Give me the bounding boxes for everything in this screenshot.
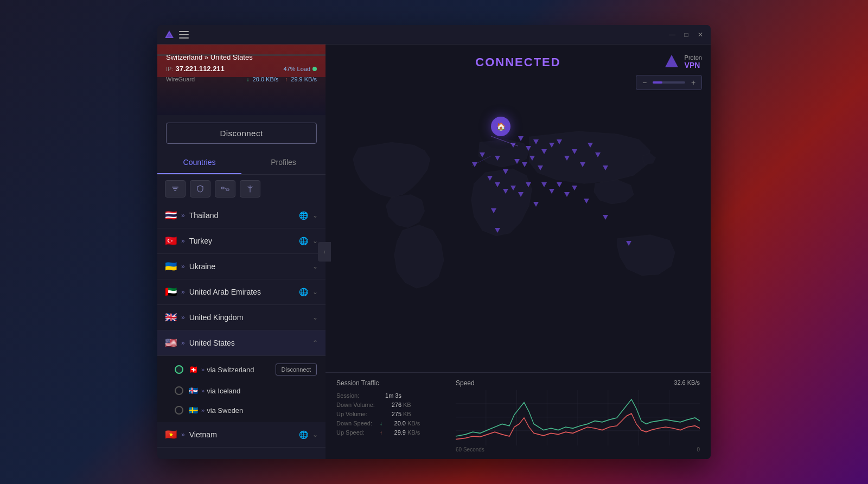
iceland-flag-icon: 🇮🇸 xyxy=(189,386,198,395)
uae-actions: 🌐 ⌄ xyxy=(299,288,318,296)
collapse-panel-button[interactable]: ‹ xyxy=(318,242,331,262)
up-speed-unit: KB/s xyxy=(407,429,420,436)
minimize-button[interactable]: — xyxy=(668,31,676,39)
thailand-globe-icon[interactable]: 🌐 xyxy=(299,211,308,220)
server-chevrons-icon-2: » xyxy=(201,387,205,394)
stats-right: Speed 32.6 KB/s xyxy=(456,379,700,453)
down-speed-label: Down Speed: xyxy=(336,420,380,426)
us-flag-icon: 🇺🇸 xyxy=(165,337,177,349)
server-chevrons-icon-3: » xyxy=(201,407,205,413)
country-item-turkey[interactable]: 🇹🇷 » Turkey 🌐 ⌄ xyxy=(157,228,326,254)
down-volume-unit: KB xyxy=(403,402,411,408)
vietnam-flag-icon: 🇻🇳 xyxy=(165,429,177,441)
window-controls: — □ ✕ xyxy=(668,31,704,39)
up-speed-arrow-icon: ↑ xyxy=(380,430,382,436)
thailand-expand-icon[interactable]: ⌄ xyxy=(312,212,318,219)
uk-expand-icon[interactable]: ⌄ xyxy=(312,314,318,321)
switzerland-flag-icon: 🇨🇭 xyxy=(189,365,198,374)
server-item-sweden[interactable]: 🇸🇪 » via Sweden xyxy=(157,400,326,420)
turkey-actions: 🌐 ⌄ xyxy=(299,237,318,245)
close-button[interactable]: ✕ xyxy=(697,31,704,39)
uk-chevrons-icon: » xyxy=(181,314,185,321)
country-item-uk[interactable]: 🇬🇧 » United Kingdom ⌄ xyxy=(157,305,326,330)
server-switzerland-name: via Switzerland xyxy=(207,366,275,374)
country-item-us[interactable]: 🇺🇸 » United States ⌃ xyxy=(157,330,326,356)
uk-actions: ⌄ xyxy=(312,314,318,321)
map-area: Proton VPN − + CONNECTED xyxy=(326,44,711,372)
up-speed: 29.9 KB/s xyxy=(291,76,317,82)
server-iceland-name: via Iceland xyxy=(207,387,317,395)
connection-header: Switzerland » United States IP: 37.221.1… xyxy=(157,44,326,115)
down-volume-value: 276 xyxy=(380,402,401,408)
country-item-thailand[interactable]: 🇹🇭 » Thailand 🌐 ⌄ xyxy=(157,203,326,228)
turkey-globe-icon[interactable]: 🌐 xyxy=(299,237,308,245)
down-speed-unit: KB/s xyxy=(407,420,420,426)
session-row: Session: 1m 3s xyxy=(336,392,445,399)
down-volume-label: Down Volume: xyxy=(336,402,380,408)
session-value: 1m 3s xyxy=(380,392,401,399)
time-0-label: 0 xyxy=(697,447,700,453)
uae-name: United Arab Emirates xyxy=(189,288,299,296)
country-item-ukraine[interactable]: 🇺🇦 » Ukraine ⌄ xyxy=(157,254,326,279)
up-volume-value: 275 xyxy=(380,411,401,417)
down-speed-value: 20.0 xyxy=(384,420,406,426)
disconnect-button[interactable]: Disconnect xyxy=(166,123,317,144)
speed-chart xyxy=(456,390,700,445)
uae-expand-icon[interactable]: ⌄ xyxy=(312,288,318,296)
ukraine-flag-icon: 🇺🇦 xyxy=(165,260,177,272)
world-map xyxy=(326,44,711,372)
hamburger-menu-button[interactable] xyxy=(179,31,189,39)
turkey-expand-icon[interactable]: ⌄ xyxy=(312,237,318,245)
disconnect-section: Disconnect xyxy=(157,115,326,151)
server-chevrons-icon: » xyxy=(201,366,205,373)
country-item-vietnam[interactable]: 🇻🇳 » Vietnam 🌐 ⌄ xyxy=(157,422,326,448)
country-item-uae[interactable]: 🇦🇪 » United Arab Emirates 🌐 ⌄ xyxy=(157,279,326,305)
tab-profiles[interactable]: Profiles xyxy=(241,151,326,174)
speed-title: Speed xyxy=(456,379,475,387)
load-badge: 47% Load xyxy=(283,66,317,72)
proton-vpn-logo-icon xyxy=(164,29,175,40)
vietnam-actions: 🌐 ⌄ xyxy=(299,430,318,439)
maximize-button[interactable]: □ xyxy=(682,31,690,39)
up-volume-unit: KB xyxy=(403,411,411,417)
filter-secure-button[interactable] xyxy=(190,180,210,198)
uae-globe-icon[interactable]: 🌐 xyxy=(299,288,308,296)
uk-flag-icon: 🇬🇧 xyxy=(165,311,177,323)
speed-info: ↓ 20.0 KB/s ↑ 29.9 KB/s xyxy=(247,76,317,82)
ukraine-chevrons-icon: » xyxy=(181,263,185,270)
ip-label: IP: xyxy=(166,66,173,72)
right-panel: ‹ Proton VPN − xyxy=(326,44,711,459)
filter-p2p-button[interactable] xyxy=(215,180,235,198)
thailand-chevrons-icon: » xyxy=(181,212,185,219)
tab-countries[interactable]: Countries xyxy=(157,151,241,174)
sweden-flag-icon: 🇸🇪 xyxy=(189,406,198,415)
filter-all-button[interactable] xyxy=(165,180,186,198)
server-item-iceland[interactable]: 🇮🇸 » via Iceland xyxy=(157,381,326,400)
filter-bar xyxy=(157,175,326,203)
up-speed-value: 29.9 xyxy=(384,429,406,436)
down-speed: 20.0 KB/s xyxy=(253,76,279,82)
server-item-switzerland[interactable]: 🇨🇭 » via Switzerland Disconnect xyxy=(157,358,326,381)
speed-max-value: 32.6 KB/s xyxy=(674,379,700,387)
server-sweden-name: via Sweden xyxy=(207,406,317,415)
vietnam-globe-icon[interactable]: 🌐 xyxy=(299,430,308,439)
ukraine-expand-icon[interactable]: ⌄ xyxy=(312,263,318,270)
us-chevrons-icon: » xyxy=(181,339,185,347)
vietnam-expand-icon[interactable]: ⌄ xyxy=(312,431,318,438)
filter-tor-button[interactable] xyxy=(240,180,260,198)
session-traffic-title: Session Traffic xyxy=(336,379,445,387)
ukraine-name: Ukraine xyxy=(189,262,312,271)
up-volume-row: Up Volume: 275 KB xyxy=(336,411,445,417)
us-collapse-icon[interactable]: ⌃ xyxy=(312,339,318,347)
stats-left: Session Traffic Session: 1m 3s Down Volu… xyxy=(336,379,445,453)
protocol-label: WireGuard xyxy=(166,76,195,82)
title-bar: — □ ✕ xyxy=(157,25,711,44)
up-speed-label: Up Speed: xyxy=(336,429,380,436)
server-disconnect-button[interactable]: Disconnect xyxy=(276,364,317,375)
server-connected-dot xyxy=(175,365,183,374)
time-60-label: 60 Seconds xyxy=(456,447,484,453)
ip-value: 37.221.112.211 xyxy=(175,65,224,73)
speed-header: Speed 32.6 KB/s xyxy=(456,379,700,387)
up-speed-row: Up Speed: ↑ 29.9 KB/s xyxy=(336,429,445,436)
down-speed-row: Down Speed: ↓ 20.0 KB/s xyxy=(336,420,445,426)
